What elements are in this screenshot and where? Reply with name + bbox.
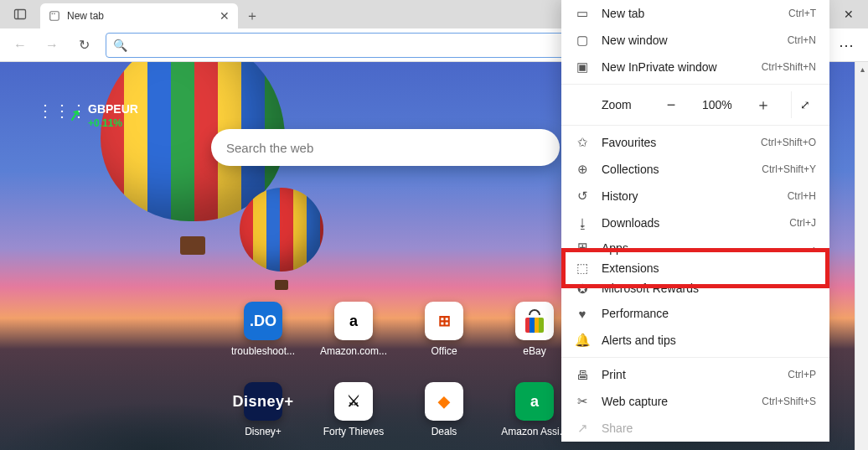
apps-icon: ⊞ <box>575 240 590 255</box>
tile-icon: .DO <box>244 302 282 340</box>
menu-new-window[interactable]: ▢ New window Ctrl+N <box>561 27 829 54</box>
svg-point-3 <box>52 13 54 15</box>
inprivate-icon: ▣ <box>575 59 590 75</box>
menu-label: New window <box>602 34 668 47</box>
ticker-symbol: GBPEUR <box>88 102 138 116</box>
quick-link-tile[interactable]: .DOtroubleshoot... <box>218 302 308 374</box>
tile-label: Amazon.com... <box>320 345 387 357</box>
quick-link-tile[interactable]: ⚔Forty Thieves <box>308 382 399 450</box>
menu-label: Share <box>602 422 633 435</box>
quick-link-tile[interactable]: ⊞Office <box>399 302 489 374</box>
performance-icon: ♥ <box>575 307 590 321</box>
print-icon: 🖶 <box>575 368 590 382</box>
search-icon: 🔍 <box>113 39 127 52</box>
tile-label: Amazon Assi... <box>501 426 567 437</box>
star-icon: ✩ <box>575 135 590 150</box>
quick-link-tile[interactable]: Disney+Disney+ <box>218 382 308 450</box>
menu-shortcut: Ctrl+T <box>788 8 816 19</box>
menu-shortcut: Ctrl+Shift+O <box>761 137 816 148</box>
tile-label: Disney+ <box>245 426 282 437</box>
menu-downloads[interactable]: ⭳ Downloads Ctrl+J <box>561 209 829 236</box>
tile-icon: a <box>515 382 554 421</box>
ticker-widget[interactable]: ↗ GBPEUR +0.11% <box>69 102 138 129</box>
tab-close-button[interactable]: ✕ <box>220 9 230 23</box>
menu-print[interactable]: 🖶 Print Ctrl+P <box>561 361 829 388</box>
nav-forward-button[interactable]: → <box>37 32 67 59</box>
nav-back-button[interactable]: ← <box>5 32 35 59</box>
menu-shortcut: Ctrl+H <box>788 190 816 202</box>
nav-refresh-button[interactable]: ↻ <box>69 32 99 59</box>
svg-rect-0 <box>15 10 26 19</box>
menu-label: Print <box>602 368 626 381</box>
tile-label: troubleshoot... <box>231 345 295 357</box>
menu-label: New InPrivate window <box>602 60 717 74</box>
extension-icon: ⬚ <box>575 261 590 276</box>
menu-shortcut: Ctrl+J <box>789 217 816 229</box>
menu-label: Microsoft Rewards <box>602 282 699 295</box>
scroll-up-button[interactable]: ▴ <box>855 62 868 75</box>
menu-label: Apps <box>602 241 628 255</box>
balloon-decor-small <box>240 188 323 295</box>
tab-actions-button[interactable] <box>0 0 40 28</box>
tab-actions-icon <box>13 8 27 21</box>
trend-up-icon: ↗ <box>67 106 83 127</box>
quick-links-grid: .DOtroubleshoot...aAmazon.com...⊞Officee… <box>218 302 580 450</box>
rewards-icon: ✪ <box>575 282 590 297</box>
svg-rect-2 <box>50 12 59 21</box>
menu-extensions[interactable]: ⬚ Extensions <box>561 255 829 282</box>
menu-shortcut: Ctrl+Shift+N <box>762 61 816 73</box>
window-close-button[interactable]: ✕ <box>829 0 868 28</box>
tile-icon: Disney+ <box>244 382 282 421</box>
menu-new-inprivate[interactable]: ▣ New InPrivate window Ctrl+Shift+N <box>561 54 829 80</box>
tile-icon: ⊞ <box>425 302 463 340</box>
quick-link-tile[interactable]: aAmazon.com... <box>308 302 399 374</box>
fullscreen-button[interactable]: ⤢ <box>791 91 819 118</box>
tile-label: Office <box>431 345 457 357</box>
browser-tab[interactable]: New tab ✕ <box>40 3 238 28</box>
zoom-label: Zoom <box>602 98 632 111</box>
bell-icon: 🔔 <box>575 333 590 348</box>
menu-web-capture[interactable]: ✂ Web capture Ctrl+Shift+S <box>561 388 829 415</box>
menu-label: Extensions <box>602 261 659 275</box>
svg-point-4 <box>54 13 55 15</box>
zoom-value: 100% <box>697 98 737 111</box>
menu-alerts[interactable]: 🔔 Alerts and tips <box>561 327 829 354</box>
menu-label: New tab <box>602 7 644 20</box>
settings-menu: ▭ New tab Ctrl+T ▢ New window Ctrl+N ▣ N… <box>561 0 829 442</box>
ntp-search-placeholder: Search the web <box>226 141 313 155</box>
ntp-search-box[interactable]: Search the web <box>211 129 560 166</box>
download-icon: ⭳ <box>575 216 590 230</box>
zoom-in-button[interactable]: ＋ <box>749 91 778 118</box>
menu-label: Favourites <box>602 136 656 149</box>
history-icon: ↺ <box>575 189 590 204</box>
tile-icon: ⚔ <box>334 382 373 421</box>
zoom-out-button[interactable]: − <box>657 91 685 118</box>
menu-label: Performance <box>602 307 669 320</box>
menu-rewards[interactable]: ✪ Microsoft Rewards <box>561 282 829 300</box>
tile-icon: a <box>334 302 373 340</box>
chevron-right-icon: › <box>813 243 816 255</box>
collections-icon: ⊕ <box>575 162 590 177</box>
menu-label: Alerts and tips <box>602 334 676 347</box>
ticker-change: +0.11% <box>88 117 138 129</box>
tile-icon <box>515 302 554 340</box>
new-tab-icon: ▭ <box>575 6 590 21</box>
menu-collections[interactable]: ⊕ Collections Ctrl+Shift+Y <box>561 156 829 183</box>
tile-label: eBay <box>523 345 545 357</box>
new-tab-button[interactable]: ＋ <box>238 3 266 28</box>
new-window-icon: ▢ <box>575 33 590 48</box>
menu-zoom-row: Zoom − 100% ＋ ⤢ <box>561 88 829 122</box>
menu-shortcut: Ctrl+Shift+S <box>762 396 816 407</box>
vertical-scrollbar[interactable]: ▴ <box>855 62 868 450</box>
menu-label: History <box>602 189 638 203</box>
tile-label: Deals <box>431 426 457 437</box>
menu-history[interactable]: ↺ History Ctrl+H <box>561 183 829 209</box>
tile-icon: ◆ <box>425 382 463 421</box>
settings-more-button[interactable]: ⋯ <box>828 31 863 59</box>
menu-shortcut: Ctrl+N <box>788 34 816 46</box>
quick-link-tile[interactable]: ◆Deals <box>399 382 489 450</box>
menu-apps[interactable]: ⊞ Apps › <box>561 236 829 255</box>
menu-performance[interactable]: ♥ Performance <box>561 300 829 327</box>
menu-favourites[interactable]: ✩ Favourites Ctrl+Shift+O <box>561 129 829 156</box>
menu-new-tab[interactable]: ▭ New tab Ctrl+T <box>561 0 829 27</box>
